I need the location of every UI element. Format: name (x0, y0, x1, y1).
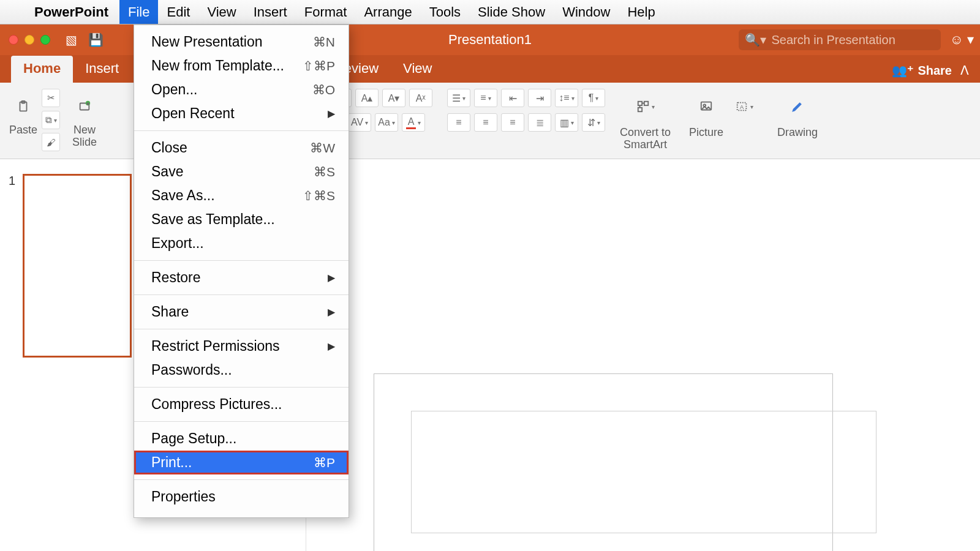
slide-canvas[interactable] (306, 159, 980, 551)
submenu-arrow-icon: ▶ (328, 340, 335, 352)
menu-separator (134, 479, 349, 480)
menu-edit[interactable]: Edit (158, 0, 198, 24)
menu-insert[interactable]: Insert (245, 0, 296, 24)
menu-slideshow[interactable]: Slide Show (469, 0, 554, 24)
text-box-button[interactable]: A (729, 89, 759, 124)
menu-item-restrict-permissions[interactable]: Restrict Permissions▶ (134, 334, 349, 358)
menu-item-label: Close (151, 140, 187, 156)
menu-separator (134, 130, 349, 131)
menu-item-label: Restrict Permissions (151, 338, 280, 354)
menu-item-properties[interactable]: Properties (134, 485, 349, 509)
line-spacing-button[interactable]: ↕≡ (555, 89, 578, 107)
tab-insert[interactable]: Insert (73, 56, 131, 83)
svg-text:A: A (740, 104, 744, 110)
clipboard-icon (17, 100, 30, 113)
increase-font-button[interactable]: A▴ (355, 89, 379, 107)
tab-view[interactable]: View (391, 56, 444, 83)
menu-item-passwords[interactable]: Passwords... (134, 358, 349, 382)
picture-button[interactable] (692, 89, 721, 124)
qat-save-icon[interactable]: 💾 (88, 32, 103, 47)
current-slide[interactable] (374, 373, 833, 551)
menu-format[interactable]: Format (296, 0, 356, 24)
columns-button[interactable]: ▥ (555, 113, 578, 132)
slide-thumbnail-1[interactable] (23, 174, 132, 358)
menu-item-label: Restore (151, 269, 201, 286)
slide-number: 1 (9, 174, 15, 188)
paste-button[interactable] (9, 89, 38, 124)
menu-file[interactable]: File (119, 0, 158, 24)
minimize-window-button[interactable] (24, 35, 34, 45)
slide-placeholder[interactable] (411, 411, 876, 533)
justify-button[interactable]: ≣ (528, 113, 551, 132)
search-input[interactable]: 🔍▾ Search in Presentation (739, 29, 941, 50)
tab-home[interactable]: Home (11, 56, 73, 83)
search-placeholder: Search in Presentation (771, 33, 895, 47)
align-text-button[interactable]: ⇵ (582, 113, 605, 132)
drawing-button[interactable] (783, 89, 812, 124)
bullets-button[interactable]: ☰ (447, 89, 470, 107)
format-painter-button[interactable]: 🖌 (42, 133, 60, 151)
feedback-button[interactable]: ☺ ▾ (949, 32, 974, 48)
menu-item-new-from-template[interactable]: New from Template...⇧⌘P (134, 54, 349, 78)
menu-help[interactable]: Help (619, 0, 663, 24)
convert-smartart-button[interactable] (631, 89, 660, 124)
numbering-button[interactable]: ≡ (474, 89, 497, 107)
drawing-label: Drawing (777, 127, 818, 139)
menu-item-open-recent[interactable]: Open Recent▶ (134, 102, 349, 126)
change-case-button[interactable]: Aa (375, 113, 398, 132)
menu-item-print[interactable]: Print...⌘P (134, 451, 349, 474)
picture-label: Picture (689, 127, 723, 139)
app-name-menu[interactable]: PowerPoint (23, 0, 119, 24)
menu-item-save-as-template[interactable]: Save as Template... (134, 208, 349, 231)
menu-item-page-setup[interactable]: Page Setup... (134, 427, 349, 451)
new-slide-button[interactable]: + (70, 89, 99, 124)
menu-item-export[interactable]: Export... (134, 231, 349, 255)
share-button[interactable]: 👥⁺ Share (892, 63, 952, 78)
svg-rect-6 (644, 102, 647, 105)
align-right-button[interactable]: ≡ (501, 113, 524, 132)
menu-item-close[interactable]: Close⌘W (134, 136, 349, 160)
menu-item-restore[interactable]: Restore▶ (134, 266, 349, 290)
menu-tools[interactable]: Tools (421, 0, 469, 24)
menu-item-share[interactable]: Share▶ (134, 300, 349, 324)
cut-button[interactable]: ✂ (42, 89, 60, 107)
copy-icon: ⧉ (45, 114, 52, 126)
align-left-button[interactable]: ≡ (447, 113, 470, 132)
new-slide-label: New Slide (72, 124, 97, 149)
menu-view[interactable]: View (198, 0, 244, 24)
file-menu-dropdown: New Presentation⌘NNew from Template...⇧⌘… (134, 24, 349, 518)
menu-window[interactable]: Window (554, 0, 619, 24)
smartart-group: Convert to SmartArt (620, 89, 671, 151)
menu-item-label: Save as Template... (151, 211, 275, 228)
character-spacing-button[interactable]: AV (348, 113, 371, 132)
collapse-ribbon-button[interactable]: ᐱ (960, 63, 969, 78)
share-icon: 👥⁺ (892, 63, 914, 78)
align-center-button[interactable]: ≡ (474, 113, 497, 132)
font-color-button[interactable]: A (402, 113, 425, 132)
menu-item-save-as[interactable]: Save As...⇧⌘S (134, 184, 349, 208)
menu-separator (134, 387, 349, 388)
qat-presentation-icon[interactable]: ▧ (64, 32, 78, 47)
change-case-icon: Aa (378, 117, 390, 128)
decrease-font-button[interactable]: A▾ (382, 89, 405, 107)
menu-item-open[interactable]: Open...⌘O (134, 78, 349, 102)
close-window-button[interactable] (9, 35, 18, 45)
menu-item-compress-pictures[interactable]: Compress Pictures... (134, 392, 349, 416)
increase-indent-button[interactable]: ⇥ (528, 89, 551, 107)
menu-item-save[interactable]: Save⌘S (134, 160, 349, 184)
text-direction-button[interactable]: ¶ (582, 89, 605, 107)
copy-button[interactable]: ⧉ (42, 111, 60, 129)
submenu-arrow-icon: ▶ (328, 108, 335, 119)
clear-formatting-button[interactable]: Aᵡ (409, 89, 432, 107)
menu-separator (134, 421, 349, 422)
picture-icon (699, 100, 713, 113)
menu-item-shortcut: ⌘P (314, 455, 335, 470)
window-controls (9, 35, 50, 45)
align-vert-icon: ⇵ (587, 117, 595, 129)
fullscreen-window-button[interactable] (40, 35, 50, 45)
menu-item-label: Open Recent (151, 105, 235, 122)
menu-item-new-presentation[interactable]: New Presentation⌘N (134, 30, 349, 54)
decrease-indent-button[interactable]: ⇤ (501, 89, 524, 107)
columns-icon: ▥ (560, 117, 569, 129)
menu-arrange[interactable]: Arrange (355, 0, 420, 24)
